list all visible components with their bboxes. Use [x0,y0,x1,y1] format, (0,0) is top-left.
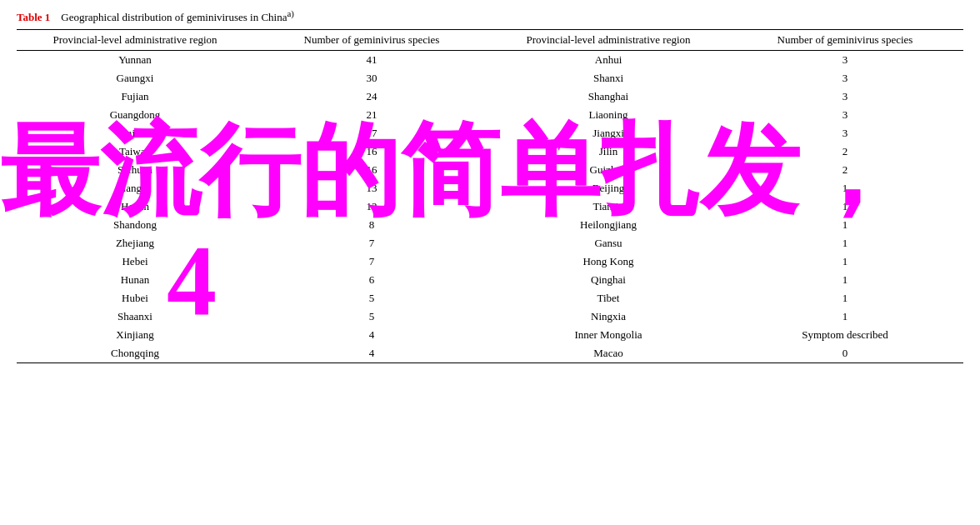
table-row: Taiwan16Jilin2 [17,142,963,161]
cell-region2: Anhui [490,51,727,70]
cell-region1: Guangdong [17,106,253,124]
table-row: Sichuan16Guizhou2 [17,161,963,179]
col-header-count2: Number of geminivirus species [727,30,963,51]
cell-count1: 4 [253,344,490,363]
cell-count1: 41 [253,51,490,70]
data-table: Provincial-level administrative region N… [17,29,963,363]
cell-count1: 16 [253,142,490,161]
table-row: Hebei7Hong Kong1 [17,252,963,271]
cell-region2: Tianjin [490,198,727,216]
table-row: Gaungxi30Shanxi3 [17,69,963,88]
cell-count2: 0 [727,344,963,363]
table-row: Shaanxi5Ningxia1 [17,308,963,326]
cell-count1: 4 [253,326,490,344]
table-title: Table 1 Geographical distribution of gem… [17,8,963,24]
table-row: Hainan17Jiangxi3 [17,124,963,142]
table-footnote-ref: a) [288,8,294,18]
page-container: Table 1 Geographical distribution of gem… [0,0,980,372]
table-row: Yunnan41Anhui3 [17,51,963,70]
table-row: Fujian24Shanghai3 [17,88,963,106]
cell-region1: Hainan [17,124,253,142]
cell-region1: Shaanxi [17,308,253,326]
cell-region2: Beijing [490,179,727,198]
table-label: Table 1 [17,11,50,23]
cell-count2: 1 [727,271,963,289]
cell-count2: 1 [727,289,963,308]
cell-region2: Qinghai [490,271,727,289]
cell-region1: Hebei [17,252,253,271]
table-row: Henan12Tianjin1 [17,198,963,216]
cell-region1: Shandong [17,216,253,234]
col-header-region1: Provincial-level administrative region [17,30,253,51]
cell-region2: Gansu [490,234,727,252]
cell-count1: 13 [253,179,490,198]
cell-region2: Inner Mongolia [490,326,727,344]
table-body: Yunnan41Anhui3Gaungxi30Shanxi3Fujian24Sh… [17,51,963,363]
table-row: Jiangsu13Beijing1 [17,179,963,198]
table-header-row: Provincial-level administrative region N… [17,30,963,51]
cell-count2: 2 [727,142,963,161]
cell-count1: 12 [253,198,490,216]
cell-region1: Gaungxi [17,69,253,88]
cell-count1: 7 [253,234,490,252]
cell-count1: 17 [253,124,490,142]
col-header-region2: Provincial-level administrative region [490,30,727,51]
cell-region2: Liaoning [490,106,727,124]
table-caption: Geographical distribution of geminivirus… [61,11,287,23]
cell-count1: 7 [253,252,490,271]
table-row: Chongqing4Macao0 [17,344,963,363]
cell-count2: 2 [727,161,963,179]
cell-count1: 30 [253,69,490,88]
cell-count2: 3 [727,88,963,106]
cell-count2: 1 [727,216,963,234]
cell-count2: 1 [727,308,963,326]
table-row: Guangdong21Liaoning3 [17,106,963,124]
cell-count2: 1 [727,234,963,252]
cell-region2: Tibet [490,289,727,308]
cell-region2: Jiangxi [490,124,727,142]
cell-region1: Yunnan [17,51,253,70]
cell-count1: 16 [253,161,490,179]
cell-region2: Shanxi [490,69,727,88]
cell-region2: Hong Kong [490,252,727,271]
cell-count1: 6 [253,271,490,289]
cell-count1: 8 [253,216,490,234]
table-row: Hubei5Tibet1 [17,289,963,308]
cell-region1: Henan [17,198,253,216]
cell-region1: Zhejiang [17,234,253,252]
cell-region1: Jiangsu [17,179,253,198]
cell-region1: Chongqing [17,344,253,363]
cell-count1: 5 [253,289,490,308]
cell-region1: Taiwan [17,142,253,161]
cell-region2: Shanghai [490,88,727,106]
cell-count2: 1 [727,252,963,271]
cell-region2: Ningxia [490,308,727,326]
cell-count2: 1 [727,198,963,216]
col-header-count1: Number of geminivirus species [253,30,490,51]
cell-region2: Jilin [490,142,727,161]
cell-count2: 3 [727,69,963,88]
cell-region1: Hunan [17,271,253,289]
cell-region1: Sichuan [17,161,253,179]
table-row: Shandong8Heilongjiang1 [17,216,963,234]
cell-region2: Heilongjiang [490,216,727,234]
cell-region2: Guizhou [490,161,727,179]
cell-count1: 5 [253,308,490,326]
table-row: Hunan6Qinghai1 [17,271,963,289]
cell-region1: Hubei [17,289,253,308]
cell-count1: 21 [253,106,490,124]
table-row: Xinjiang4Inner MongoliaSymptom described [17,326,963,344]
cell-count2: 3 [727,106,963,124]
cell-region2: Macao [490,344,727,363]
cell-count2: 1 [727,179,963,198]
cell-count1: 24 [253,88,490,106]
cell-count2: Symptom described [727,326,963,344]
cell-count2: 3 [727,124,963,142]
cell-count2: 3 [727,51,963,70]
cell-region1: Xinjiang [17,326,253,344]
cell-region1: Fujian [17,88,253,106]
table-row: Zhejiang7Gansu1 [17,234,963,252]
